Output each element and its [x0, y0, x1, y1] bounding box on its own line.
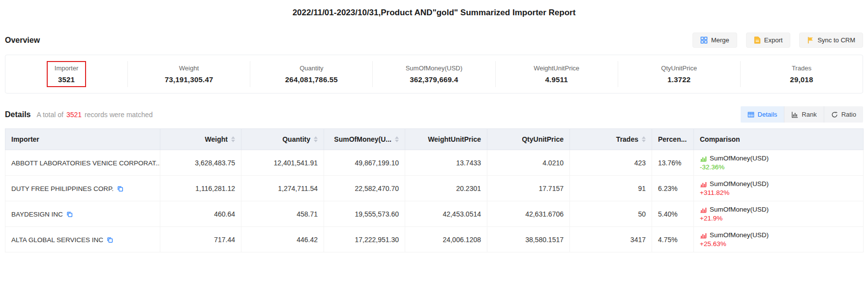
- stat-value: 362,379,669.4: [410, 75, 458, 84]
- column-header-trades[interactable]: Trades: [570, 129, 652, 150]
- weight-cell: 460.64: [160, 201, 241, 227]
- column-label: Importer: [11, 135, 39, 143]
- stat-content: Weight73,191,305.47: [158, 62, 220, 86]
- comparison-change: +311.82%: [700, 189, 857, 196]
- stat-qtyunitprice: QtyUnitPrice1.3722: [618, 61, 741, 87]
- match-summary: A total of3521records were matched: [36, 111, 152, 119]
- weight-unit-price-cell: 24,006.1208: [405, 227, 487, 252]
- page-title: 2022/11/01-2023/10/31,Product AND"gold" …: [5, 0, 863, 18]
- column-label: Comparison: [700, 135, 740, 143]
- quantity-cell: 12,401,541.91: [241, 150, 324, 176]
- trend-up-icon: [700, 206, 707, 213]
- percent-cell: 13.76%: [652, 150, 694, 176]
- ratio-icon: [831, 111, 838, 118]
- comparison-change: +21.9%: [700, 215, 857, 222]
- importer-name: ABBOTT LABORATORIES VENICE CORPORAT...: [11, 159, 160, 167]
- match-prefix: A total of: [36, 111, 63, 119]
- stat-label: QtyUnitPrice: [661, 64, 697, 72]
- column-label: Weight: [205, 135, 228, 143]
- view-tab-ratio[interactable]: Ratio: [824, 106, 863, 123]
- copy-icon[interactable]: [117, 186, 123, 192]
- percent-cell: 5.40%: [652, 201, 694, 227]
- overview-heading: Overview: [5, 36, 40, 45]
- percent-cell: 4.75%: [652, 227, 694, 252]
- trend-down-icon: [700, 155, 707, 162]
- view-toggle: DetailsRankRatio: [741, 106, 863, 123]
- view-tab-label: Details: [758, 111, 778, 118]
- stat-label: Weight: [179, 64, 199, 72]
- column-header-quantity[interactable]: Quantity: [241, 129, 324, 150]
- stat-label: Quantity: [299, 64, 323, 72]
- merge-button[interactable]: Merge: [692, 32, 737, 48]
- table-row: ALTA GLOBAL SERVICES INC717.44446.4217,2…: [5, 227, 864, 252]
- stat-weight: Weight73,191,305.47: [128, 61, 250, 87]
- qty-unit-price-cell: 42,631.6706: [487, 201, 570, 227]
- export-icon: [754, 36, 761, 44]
- button-label: Export: [764, 36, 783, 44]
- weight-cell: 1,116,281.12: [160, 176, 241, 201]
- comparison-metric: SumOfMoney(USD): [710, 180, 769, 188]
- comparison-metric: SumOfMoney(USD): [710, 155, 769, 162]
- rank-icon: [791, 111, 798, 118]
- importer-name: ALTA GLOBAL SERVICES INC: [11, 236, 103, 244]
- stat-label: Trades: [792, 64, 811, 72]
- column-header-importer: Importer: [5, 129, 160, 150]
- trend-up-icon: [700, 232, 707, 239]
- stat-value: 3521: [58, 75, 75, 84]
- quantity-cell: 1,274,711.54: [241, 176, 324, 201]
- importer-cell: BAYDESIGN INC: [5, 201, 160, 227]
- stat-content: SumOfMoney(USD)362,379,669.4: [399, 62, 470, 86]
- sort-icon: [231, 136, 235, 142]
- column-header-qtyunitprice: QtyUnitPrice: [487, 129, 570, 150]
- percent-cell: 6.23%: [652, 176, 694, 201]
- quantity-cell: 458.71: [241, 201, 324, 227]
- stat-value: 4.9511: [545, 75, 568, 84]
- qty-unit-price-cell: 38,580.1517: [487, 227, 570, 252]
- comparison-metric: SumOfMoney(USD): [710, 231, 769, 239]
- view-tab-rank[interactable]: Rank: [784, 106, 823, 123]
- table-row: DUTY FREE PHILIPPINES CORP.1,116,281.121…: [5, 176, 864, 201]
- overview-stats: Importer3521Weight73,191,305.47Quantity2…: [5, 55, 863, 94]
- flag-icon: [807, 36, 814, 44]
- sort-icon: [395, 136, 399, 142]
- comparison-cell: SumOfMoney(USD)+311.82%: [694, 176, 864, 201]
- weight-cell: 3,628,483.75: [160, 150, 241, 176]
- stat-content: WeightUnitPrice4.9511: [527, 62, 586, 86]
- view-tab-label: Rank: [802, 111, 816, 118]
- sync-to-crm-button[interactable]: Sync to CRM: [799, 32, 863, 48]
- column-label: QtyUnitPrice: [522, 135, 564, 143]
- button-label: Merge: [711, 36, 729, 44]
- merge-icon: [700, 36, 708, 44]
- sum-of-money-cell: 49,867,199.10: [324, 150, 405, 176]
- column-label: Percen...: [658, 135, 687, 143]
- stat-value: 264,081,786.55: [285, 75, 338, 84]
- column-header-weight[interactable]: Weight: [160, 129, 241, 150]
- trades-cell: 91: [570, 176, 652, 201]
- export-button[interactable]: Export: [746, 32, 791, 48]
- qty-unit-price-cell: 4.0210: [487, 150, 570, 176]
- comparison-cell: SumOfMoney(USD)+21.9%: [694, 201, 864, 227]
- stat-value: 1.3722: [667, 75, 690, 84]
- weight-unit-price-cell: 20.2301: [405, 176, 487, 201]
- table-row: BAYDESIGN INC460.64458.7119,555,573.6042…: [5, 201, 864, 227]
- sum-of-money-cell: 17,222,951.30: [324, 227, 405, 252]
- sort-icon: [642, 136, 646, 142]
- comparison-change: +25.63%: [700, 240, 857, 248]
- column-header-sumofmoney-u[interactable]: SumOfMoney(U...: [324, 129, 405, 150]
- view-tab-details[interactable]: Details: [741, 106, 784, 123]
- sort-icon: [314, 136, 318, 142]
- importer-report-page: 2022/11/01-2023/10/31,Product AND"gold" …: [0, 0, 868, 252]
- importer-name: DUTY FREE PHILIPPINES CORP.: [11, 185, 114, 192]
- trades-cell: 423: [570, 150, 652, 176]
- stat-content: Trades29,018: [783, 62, 820, 86]
- table-header-row: ImporterWeightQuantitySumOfMoney(U...Wei…: [5, 129, 864, 150]
- weight-unit-price-cell: 42,453.0514: [405, 201, 487, 227]
- overview-toolbar: MergeExportSync to CRM: [692, 32, 863, 48]
- details-title-group: Details A total of3521records were match…: [5, 110, 153, 119]
- stat-quantity: Quantity264,081,786.55: [250, 61, 373, 87]
- stat-label: WeightUnitPrice: [534, 64, 579, 72]
- column-label: WeightUnitPrice: [428, 135, 481, 143]
- copy-icon[interactable]: [66, 211, 73, 218]
- weight-cell: 717.44: [160, 227, 241, 252]
- copy-icon[interactable]: [107, 237, 113, 243]
